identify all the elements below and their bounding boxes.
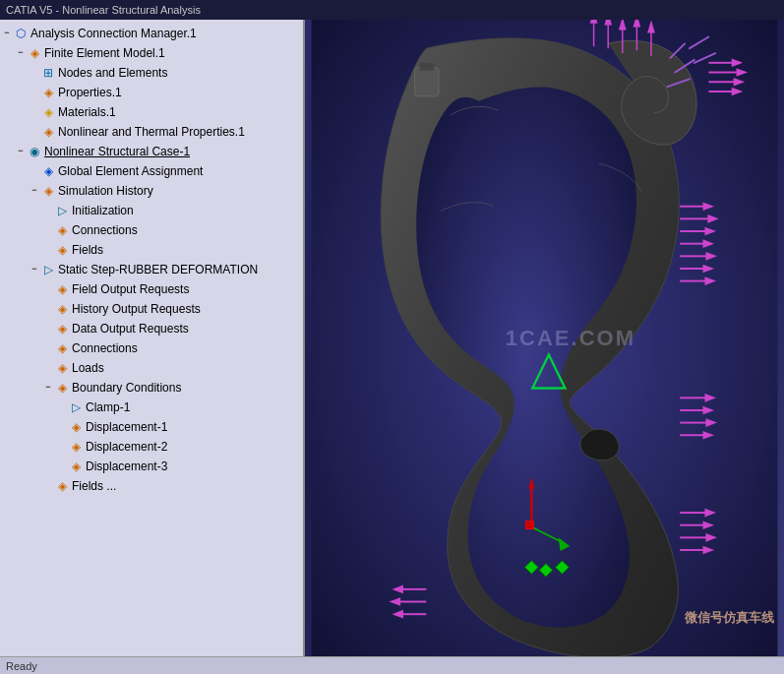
no-expand [30, 107, 39, 117]
tree-item-fields-1[interactable]: ◈Fields [0, 240, 303, 260]
svg-marker-65 [591, 20, 597, 23]
tree-label-disp-3: Displacement-3 [86, 458, 167, 475]
tree-item-global-element[interactable]: ◈Global Element Assignment [0, 161, 303, 181]
no-expand [57, 461, 67, 471]
tree-label-global-element: Global Element Assignment [58, 162, 203, 180]
tree-label-nodes-elements: Nodes and Elements [58, 64, 167, 82]
prop-icon: ◈ [40, 85, 56, 100]
no-expand [43, 304, 53, 314]
tree-item-materials[interactable]: ◈Materials.1 [0, 102, 303, 122]
tree-label-analysis-connection-manager: Analysis Connection Manager.1 [30, 25, 197, 42]
no-expand [30, 88, 39, 97]
tree-label-simulation-history: Simulation History [58, 182, 153, 200]
mat-icon: ◈ [40, 104, 56, 120]
status-bar: Ready [0, 656, 784, 674]
tree-label-boundary-conditions: Boundary Conditions [72, 379, 181, 397]
tree-label-fields-1: Fields [72, 241, 103, 259]
tree-item-boundary-conditions[interactable]: −◈Boundary Conditions [0, 378, 303, 398]
tree-label-fields-2: Fields ... [72, 477, 116, 495]
tree-item-finite-element-model[interactable]: −◈Finite Element Model.1 [0, 43, 303, 63]
nlth-icon: ◈ [40, 124, 56, 140]
no-expand [43, 363, 53, 373]
tree-panel: −⬡Analysis Connection Manager.1−◈Finite … [0, 20, 305, 656]
tree-label-static-step: Static Step-RUBBER DEFORMATION [58, 261, 258, 278]
tree-label-initialization: Initialization [72, 202, 134, 219]
no-expand [57, 422, 67, 432]
no-expand [57, 402, 67, 412]
case-icon: ◉ [27, 144, 42, 159]
field-icon: ◈ [54, 242, 70, 258]
tree-item-static-step[interactable]: −▷Static Step-RUBBER DEFORMATION [0, 260, 303, 279]
collapse-icon[interactable]: − [2, 29, 12, 38]
no-expand [43, 481, 53, 491]
disp3-icon: ◈ [68, 459, 84, 474]
tree-item-field-output[interactable]: ◈Field Output Requests [0, 279, 303, 299]
tree-item-connections-2[interactable]: ◈Connections [0, 338, 303, 358]
bc-icon: ◈ [54, 380, 70, 396]
fields2-icon: ◈ [54, 478, 70, 494]
hout-icon: ◈ [54, 301, 70, 317]
svg-marker-57 [605, 20, 611, 25]
no-expand [43, 324, 53, 334]
tree-label-materials: Materials.1 [58, 103, 116, 121]
global-icon: ◈ [40, 163, 56, 179]
tree-label-properties: Properties.1 [58, 84, 122, 101]
tree-item-simulation-history[interactable]: −◈Simulation History [0, 181, 303, 201]
viewport: 1CAE.COM 微信号仿真车线 [305, 20, 784, 656]
tree-item-disp-1[interactable]: ◈Displacement-1 [0, 417, 303, 437]
tree-item-nonlinear-thermal[interactable]: ◈Nonlinear and Thermal Properties.1 [0, 122, 303, 142]
tree-label-nonlinear-thermal: Nonlinear and Thermal Properties.1 [58, 123, 245, 141]
collapse-icon[interactable]: − [16, 48, 26, 58]
tree-item-clamp-1[interactable]: ▷Clamp-1 [0, 398, 303, 417]
tree-item-nonlinear-case[interactable]: −◉Nonlinear Structural Case-1 [0, 142, 303, 161]
no-expand [43, 284, 53, 294]
tree-item-analysis-connection-manager[interactable]: −⬡Analysis Connection Manager.1 [0, 24, 303, 43]
tree-item-disp-3[interactable]: ◈Displacement-3 [0, 457, 303, 476]
dout-icon: ◈ [54, 321, 70, 337]
no-expand [43, 206, 53, 215]
tree-item-nodes-elements[interactable]: ⊞Nodes and Elements [0, 63, 303, 83]
svg-rect-2 [420, 63, 435, 71]
init-icon: ▷ [54, 203, 70, 218]
title-text: CATIA V5 - Nonlinear Structural Analysis [6, 4, 201, 16]
tree-item-history-output[interactable]: ◈History Output Requests [0, 299, 303, 319]
tree-item-loads[interactable]: ◈Loads [0, 358, 303, 378]
disp2-icon: ◈ [68, 439, 84, 455]
tree-label-nonlinear-case: Nonlinear Structural Case-1 [44, 143, 190, 160]
tree-label-field-output: Field Output Requests [72, 280, 189, 298]
tree-label-history-output: History Output Requests [72, 300, 201, 318]
conn2-icon: ◈ [54, 340, 70, 356]
tree-item-initialization[interactable]: ▷Initialization [0, 201, 303, 220]
collapse-icon[interactable]: − [30, 265, 39, 275]
conn-icon: ◈ [54, 222, 70, 238]
clamp-icon: ▷ [68, 399, 84, 415]
tree-label-loads: Loads [72, 359, 104, 377]
tree-label-disp-2: Displacement-2 [86, 438, 167, 456]
tree-item-properties[interactable]: ◈Properties.1 [0, 83, 303, 102]
no-expand [57, 442, 67, 452]
tree-label-connections-1: Connections [72, 221, 138, 239]
collapse-icon[interactable]: − [16, 147, 26, 156]
fout-icon: ◈ [54, 281, 70, 297]
tree-item-connections-1[interactable]: ◈Connections [0, 220, 303, 240]
disp1-icon: ◈ [68, 419, 84, 435]
tree-label-data-output: Data Output Requests [72, 320, 189, 337]
tree-label-finite-element-model: Finite Element Model.1 [44, 44, 165, 62]
tree-item-fields-2[interactable]: ◈Fields ... [0, 476, 303, 496]
no-expand [30, 166, 39, 176]
no-expand [43, 245, 53, 255]
collapse-icon[interactable]: − [30, 186, 39, 196]
tree-item-data-output[interactable]: ◈Data Output Requests [0, 319, 303, 338]
watermark-corner: 微信号仿真车线 [685, 609, 774, 627]
svg-rect-52 [526, 521, 534, 529]
svg-rect-1 [415, 68, 439, 96]
tree-label-clamp-1: Clamp-1 [86, 398, 130, 416]
simhist-icon: ◈ [40, 183, 56, 199]
collapse-icon[interactable]: − [43, 383, 53, 393]
analysis-icon: ⬡ [13, 26, 29, 41]
loads-icon: ◈ [54, 360, 70, 376]
step-icon: ▷ [40, 262, 56, 277]
no-expand [30, 68, 39, 78]
status-text: Ready [6, 660, 37, 672]
tree-item-disp-2[interactable]: ◈Displacement-2 [0, 437, 303, 457]
